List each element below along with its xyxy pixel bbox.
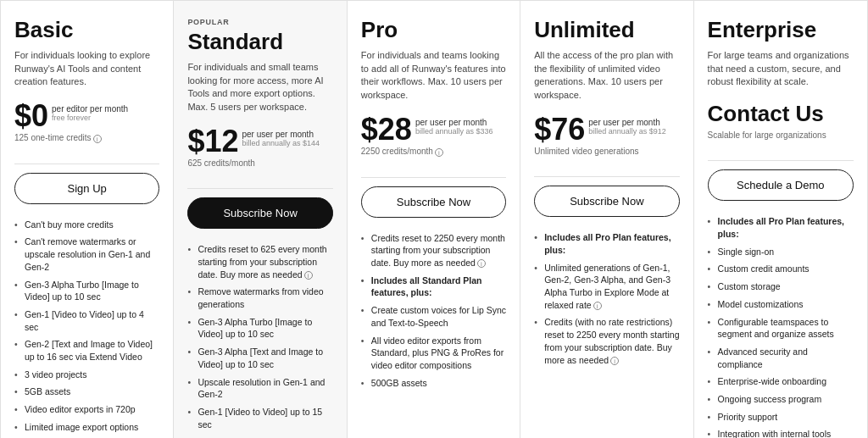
feature-item: Gen-2 [Text and Image to Video] up to 16… <box>14 335 159 365</box>
plan-col-basic: BasicFor individuals looking to explore … <box>1 1 174 438</box>
cta-btn-unlimited[interactable]: Subscribe Now <box>534 186 679 217</box>
feature-item: Configurable teamspaces to segment and o… <box>708 313 854 343</box>
feature-item: 500GB assets <box>361 374 506 392</box>
price-per-standard: per user per month <box>242 130 320 139</box>
feature-item: Upscale resolution in Gen-1 and Gen-2 <box>187 374 332 403</box>
price-per-unlimited: per user per month <box>588 118 666 127</box>
feature-item: Custom storage <box>708 278 854 296</box>
feature-item: Gen-2 [Text and Image to Video] up to 16… <box>187 433 332 438</box>
plan-name-enterprise: Enterprise <box>708 18 854 42</box>
cta-btn-basic[interactable]: Sign Up <box>14 173 159 204</box>
feature-item: Gen-1 [Video to Video] up to 15 sec <box>187 403 332 433</box>
price-per-pro: per user per month <box>415 118 493 127</box>
feature-item: Integration with internal tools <box>708 425 854 438</box>
plan-desc-standard: For individuals and small teams looking … <box>187 61 332 115</box>
popular-badge: POPULAR <box>187 18 332 26</box>
price-billing-standard: billed annually as $144 <box>242 139 320 147</box>
price-row-basic: $0 per editor per month free forever <box>14 101 159 131</box>
cta-btn-pro[interactable]: Subscribe Now <box>361 186 506 218</box>
feature-item: Includes all Pro Plan features, plus: <box>534 229 679 258</box>
contact-sub-enterprise: Scalable for large organizations <box>708 130 854 140</box>
feature-item: Can't remove watermarks or upscale resol… <box>14 233 159 275</box>
feature-item: Create custom voices for Lip Sync and Te… <box>361 302 506 331</box>
feature-list-unlimited: Includes all Pro Plan features, plus:Unl… <box>534 229 679 438</box>
plan-col-unlimited: UnlimitedAll the access of the pro plan … <box>520 1 693 438</box>
cta-btn-enterprise[interactable]: Schedule a Demo <box>708 169 854 201</box>
feature-item: Gen-3 Alpha Turbo [Image to Video] up to… <box>14 276 159 306</box>
price-detail-basic: per editor per month free forever <box>52 101 128 122</box>
feature-item: Priority support <box>708 408 854 426</box>
feature-item: Single sign-on <box>708 243 854 261</box>
feature-item: Credits (with no rate restrictions) rese… <box>534 313 679 369</box>
price-row-pro: $28 per user per month billed annually a… <box>361 114 506 145</box>
price-detail-pro: per user per month billed annually as $3… <box>415 114 493 136</box>
price-detail-unlimited: per user per month billed annually as $9… <box>588 114 666 136</box>
plan-desc-basic: For individuals looking to explore Runwa… <box>14 49 159 90</box>
info-icon: i <box>93 135 102 143</box>
feature-item: Limited image export options <box>14 419 159 436</box>
feature-item: Model customizations <box>708 296 854 313</box>
feature-item: Includes all Pro Plan features, plus: <box>708 213 854 242</box>
plan-col-pro: ProFor individuals and teams looking to … <box>348 1 520 438</box>
info-icon: i <box>304 271 313 280</box>
price-row-standard: $12 per user per month billed annually a… <box>187 126 332 157</box>
price-sub-standard: 625 credits/month <box>187 158 332 168</box>
feature-item: Gen-1 [Video to Video] up to 4 sec <box>14 306 159 335</box>
price-billing-pro: billed annually as $336 <box>415 127 493 136</box>
feature-item: Remove watermarks from video generations <box>187 283 332 313</box>
plan-col-enterprise: EnterpriseFor large teams and organizati… <box>694 1 867 438</box>
feature-item: Advanced security and compliance <box>708 343 854 373</box>
plan-desc-enterprise: For large teams and organizations that n… <box>708 49 854 90</box>
feature-item: Includes all Standard Plan features, plu… <box>361 272 506 302</box>
price-sub-pro: 2250 credits/monthi <box>361 147 506 156</box>
price-billing-basic: free forever <box>52 114 128 122</box>
plan-name-unlimited: Unlimited <box>534 18 679 42</box>
price-billing-unlimited: billed annually as $912 <box>588 127 666 136</box>
feature-item: 5GB assets <box>14 383 159 401</box>
price-amount-unlimited: $76 <box>534 114 585 145</box>
divider-standard <box>187 188 332 189</box>
cta-btn-standard[interactable]: Subscribe Now <box>187 197 332 229</box>
price-amount-pro: $28 <box>361 114 412 145</box>
contact-title-enterprise: Contact Us <box>708 101 854 127</box>
pricing-grid: BasicFor individuals looking to explore … <box>0 0 868 438</box>
plan-name-pro: Pro <box>361 18 506 42</box>
feature-item: Video editor exports in 720p <box>14 401 159 419</box>
feature-item: Credits reset to 625 every month startin… <box>187 241 332 283</box>
feature-item: Custom credit amounts <box>708 260 854 278</box>
divider-enterprise <box>708 160 854 161</box>
feature-list-pro: Credits reset to 2250 every month starti… <box>361 230 506 438</box>
feature-list-standard: Credits reset to 625 every month startin… <box>187 241 332 438</box>
feature-item: Can't buy more credits <box>14 216 159 234</box>
plan-name-standard: Standard <box>187 30 332 54</box>
feature-item: Enterprise-wide onboarding <box>708 373 854 391</box>
feature-list-enterprise: Includes all Pro Plan features, plus:Sin… <box>708 213 854 438</box>
info-icon: i <box>593 302 602 310</box>
feature-item: Credits reset to 2250 every month starti… <box>361 230 506 272</box>
divider-basic <box>14 164 159 164</box>
divider-pro <box>361 177 506 178</box>
feature-item: Gen-3 Alpha [Text and Image to Video] up… <box>187 343 332 373</box>
info-icon: i <box>477 259 486 268</box>
feature-item: Gen-3 Alpha Turbo [Image to Video] up to… <box>187 313 332 343</box>
info-icon: i <box>610 357 619 365</box>
feature-item: Ongoing success program <box>708 391 854 408</box>
plan-name-basic: Basic <box>14 18 159 42</box>
price-amount-basic: $0 <box>14 101 48 131</box>
feature-item: Unlimited generations of Gen-1, Gen-2, G… <box>534 259 679 314</box>
price-per-basic: per editor per month <box>52 104 128 114</box>
feature-list-basic: Can't buy more creditsCan't remove water… <box>14 216 159 438</box>
plan-desc-unlimited: All the access of the pro plan with the … <box>534 49 679 103</box>
feature-item: All video editor exports from Standard, … <box>361 332 506 374</box>
plan-col-standard: POPULARStandardFor individuals and small… <box>174 1 347 438</box>
price-sub-unlimited: Unlimited video generations <box>534 147 679 156</box>
info-icon: i <box>435 148 443 157</box>
feature-item: 3 video projects <box>14 366 159 384</box>
plan-desc-pro: For individuals and teams looking to add… <box>361 49 506 103</box>
price-detail-standard: per user per month billed annually as $1… <box>242 126 320 147</box>
divider-unlimited <box>534 176 679 177</box>
price-sub-basic: 125 one-time creditsi <box>14 133 159 142</box>
price-amount-standard: $12 <box>187 126 238 157</box>
price-row-unlimited: $76 per user per month billed annually a… <box>534 114 679 145</box>
